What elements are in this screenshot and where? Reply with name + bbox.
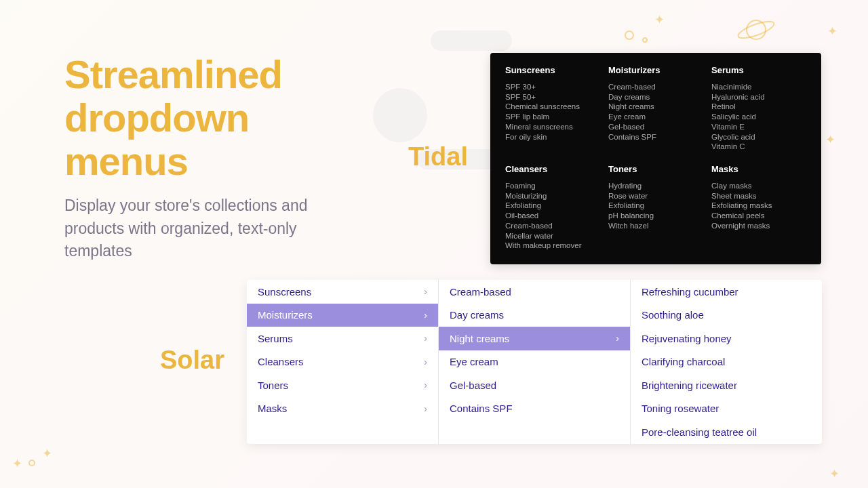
tidal-list: SPF 30+SPF 50+Chemical sunscreensSPF lip… [505, 82, 600, 142]
tidal-item[interactable]: Gel-based [608, 122, 703, 132]
solar-item-level3[interactable]: Brightening ricewater [631, 373, 822, 397]
solar-item-level1[interactable]: Moisturizers› [247, 304, 438, 327]
tidal-list: Clay masksSheet masksExfoliating masksCh… [711, 181, 806, 231]
tidal-item[interactable]: Mineral sunscreens [505, 122, 600, 132]
tidal-item[interactable]: SPF lip balm [505, 112, 600, 122]
solar-item-label: Clarifying charcoal [642, 356, 725, 367]
solar-item-label: Pore-cleansing teatree oil [642, 426, 757, 438]
tidal-item[interactable]: Salicylic acid [711, 112, 806, 122]
tidal-item[interactable]: Vitamin E [711, 122, 806, 132]
tidal-item[interactable]: Niacinimide [711, 82, 806, 92]
tidal-column-heading[interactable]: Masks [711, 164, 806, 174]
tidal-item[interactable]: Hydrating [608, 181, 703, 191]
tidal-column: SunscreensSPF 30+SPF 50+Chemical sunscre… [505, 65, 600, 152]
tidal-item[interactable]: With makeup remover [505, 241, 600, 251]
solar-item-level1[interactable]: Sunscreens› [247, 280, 438, 304]
solar-column-3: Refreshing cucumberSoothing aloeRejuvena… [631, 280, 822, 444]
tidal-item[interactable]: Overnight masks [711, 221, 806, 231]
tidal-item[interactable]: Contains SPF [608, 132, 703, 142]
chevron-right-icon: › [424, 357, 427, 367]
tidal-column-heading[interactable]: Cleansers [505, 164, 600, 174]
chevron-right-icon: › [424, 310, 427, 321]
solar-item-level2[interactable]: Eye cream [439, 350, 630, 374]
tidal-item[interactable]: Vitamin C [711, 142, 806, 152]
chevron-right-icon: › [424, 286, 427, 297]
solar-label: Solar [160, 346, 224, 375]
star-icon: ✦ [829, 466, 840, 481]
tidal-item[interactable]: SPF 30+ [505, 82, 600, 92]
tidal-item[interactable]: Exfoliating masks [711, 201, 806, 211]
tidal-item[interactable]: pH balancing [608, 211, 703, 221]
solar-item-level2[interactable]: Contains SPF [439, 397, 630, 421]
svg-point-0 [747, 20, 766, 39]
solar-item-level1[interactable]: Cleansers› [247, 350, 438, 374]
star-icon: ✦ [42, 446, 52, 461]
solar-item-level3[interactable]: Refreshing cucumber [631, 280, 822, 304]
tidal-item[interactable]: Exfoliating [505, 201, 600, 211]
tidal-column: SerumsNiacinimideHyaluronic acidRetinolS… [711, 65, 806, 152]
tidal-item[interactable]: Chemical peels [711, 211, 806, 221]
solar-item-level1[interactable]: Masks› [247, 397, 438, 421]
tidal-item[interactable]: For oily skin [505, 132, 600, 142]
tidal-list: Cream-basedDay creamsNight creamsEye cre… [608, 82, 703, 142]
solar-item-level3[interactable]: Toning rosewater [631, 397, 822, 421]
hero: Streamlined dropdown menus Display your … [64, 53, 349, 262]
solar-item-label: Masks [258, 403, 287, 414]
solar-item-label: Brightening ricewater [642, 380, 737, 391]
solar-item-level2[interactable]: Night creams› [439, 327, 630, 350]
tidal-item[interactable]: Rose water [608, 191, 703, 201]
tidal-item[interactable]: Sheet masks [711, 191, 806, 201]
solar-item-label: Toning rosewater [642, 403, 719, 414]
tidal-item[interactable]: Retinol [711, 102, 806, 112]
tidal-item[interactable]: Micellar water [505, 231, 600, 241]
solar-item-label: Contains SPF [450, 403, 513, 414]
chevron-right-icon: › [616, 333, 619, 344]
solar-dropdown-panel: Sunscreens›Moisturizers›Serums›Cleansers… [247, 280, 822, 444]
solar-item-level3[interactable]: Clarifying charcoal [631, 350, 822, 374]
circle-icon [625, 30, 634, 40]
chevron-right-icon: › [424, 333, 427, 344]
star-icon: ✦ [825, 132, 835, 147]
tidal-item[interactable]: Witch hazel [608, 221, 703, 231]
solar-item-level2[interactable]: Day creams [439, 304, 630, 327]
tidal-item[interactable]: Eye cream [608, 112, 703, 122]
tidal-item[interactable]: Foaming [505, 181, 600, 191]
solar-item-label: Soothing aloe [642, 309, 704, 321]
tidal-item[interactable]: SPF 50+ [505, 92, 600, 102]
solar-item-label: Toners [258, 380, 288, 391]
solar-item-level2[interactable]: Gel-based [439, 373, 630, 397]
solar-column-2: Cream-basedDay creamsNight creams›Eye cr… [439, 280, 631, 444]
tidal-item[interactable]: Chemical sunscreens [505, 102, 600, 112]
tidal-item[interactable]: Night creams [608, 102, 703, 112]
tidal-column-heading[interactable]: Toners [608, 164, 703, 174]
tidal-item[interactable]: Glycolic acid [711, 132, 806, 142]
solar-item-label: Rejuvenating honey [642, 333, 732, 344]
tidal-item[interactable]: Oil-based [505, 211, 600, 221]
solar-item-label: Eye cream [450, 356, 498, 367]
tidal-item[interactable]: Day creams [608, 92, 703, 102]
tidal-item[interactable]: Cream-based [608, 82, 703, 92]
tidal-item[interactable]: Exfoliating [608, 201, 703, 211]
tidal-list: HydratingRose waterExfoliatingpH balanci… [608, 181, 703, 231]
tidal-item[interactable]: Cream-based [505, 221, 600, 231]
chevron-right-icon: › [424, 380, 427, 390]
solar-item-level1[interactable]: Toners› [247, 373, 438, 397]
tidal-column-heading[interactable]: Moisturizers [608, 65, 703, 75]
star-icon: ✦ [827, 24, 837, 39]
solar-item-level3[interactable]: Rejuvenating honey [631, 327, 822, 350]
solar-item-level2[interactable]: Cream-based [439, 280, 630, 304]
tidal-list: NiacinimideHyaluronic acidRetinolSalicyl… [711, 82, 806, 152]
planet-icon [736, 15, 776, 45]
tidal-column: TonersHydratingRose waterExfoliatingpH b… [608, 164, 703, 251]
tidal-item[interactable]: Moisturizing [505, 191, 600, 201]
solar-item-level3[interactable]: Soothing aloe [631, 304, 822, 327]
tidal-column-heading[interactable]: Serums [711, 65, 806, 75]
tidal-column-heading[interactable]: Sunscreens [505, 65, 600, 75]
bg-circle [373, 88, 427, 142]
tidal-column: MoisturizersCream-basedDay creamsNight c… [608, 65, 703, 152]
solar-item-level3[interactable]: Pore-cleansing teatree oil [631, 420, 822, 444]
solar-item-level1[interactable]: Serums› [247, 327, 438, 350]
page-subtitle: Display your store's collections and pro… [64, 195, 349, 262]
tidal-item[interactable]: Clay masks [711, 181, 806, 191]
tidal-item[interactable]: Hyaluronic acid [711, 92, 806, 102]
